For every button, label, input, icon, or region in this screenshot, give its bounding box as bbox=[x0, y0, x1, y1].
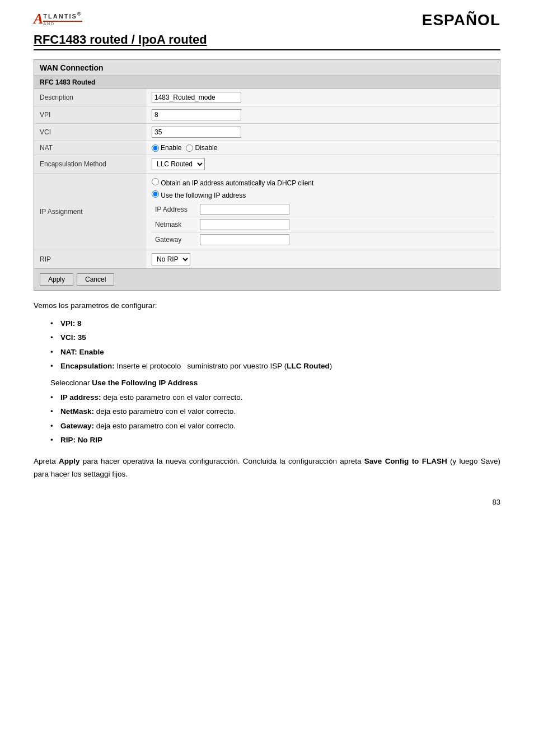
logo-brand-text: TLANTIS bbox=[43, 13, 77, 20]
gateway-input[interactable] bbox=[200, 234, 289, 245]
list-item: NAT: Enable bbox=[50, 346, 500, 358]
logo-icon: A bbox=[34, 12, 43, 26]
para-save: Save Config to FLASH bbox=[364, 457, 447, 465]
list-item: VCI: 35 bbox=[50, 332, 500, 344]
field-label-vpi: VPI bbox=[34, 106, 146, 124]
para-apply: Apply bbox=[59, 457, 80, 465]
field-value-vpi bbox=[146, 106, 500, 124]
bullet-netmask-text: deja esto parametro con el valor correct… bbox=[96, 407, 236, 416]
field-value-ip-assignment: Obtain an IP address automatically via D… bbox=[146, 174, 500, 250]
form-table: Description VPI VCI NAT bbox=[34, 89, 500, 268]
logo-brand: TLANTIS® AND bbox=[43, 11, 82, 27]
bullet-list-2: IP address: deja esto parametro con el v… bbox=[50, 391, 500, 446]
list-item: RIP: No RIP bbox=[50, 434, 500, 446]
list-item: Gateway: deja esto parametro con el valo… bbox=[50, 420, 500, 432]
ip-option-dhcp: Obtain an IP address automatically via D… bbox=[152, 176, 494, 189]
bullet-gateway-text: deja esto parametro con el valor correct… bbox=[96, 422, 236, 430]
table-row: Encapsulation Method LLC Routed VC Mux bbox=[34, 155, 500, 174]
netmask-label: Netmask bbox=[152, 217, 196, 232]
seleccionar-text: Seleccionar bbox=[50, 379, 92, 387]
netmask-value bbox=[196, 217, 494, 232]
para-text1: Apreta bbox=[34, 457, 59, 465]
ip-dhcp-radio[interactable] bbox=[152, 178, 159, 185]
field-value-rip: No RIP RIP v1 RIP v2 bbox=[146, 250, 500, 269]
logo-sup: ® bbox=[77, 11, 82, 17]
list-item: VPI: 8 bbox=[50, 318, 500, 330]
para-text2: para hacer operativa la nueva configurac… bbox=[80, 457, 364, 465]
bullet-encap-close: ) bbox=[330, 362, 332, 370]
ip-address-input[interactable] bbox=[200, 204, 289, 215]
field-label-description: Description bbox=[34, 89, 146, 106]
table-row: Description bbox=[34, 89, 500, 106]
page-number: 83 bbox=[493, 498, 500, 506]
gateway-label: Gateway bbox=[152, 232, 196, 248]
field-label-encapsulation: Encapsulation Method bbox=[34, 155, 146, 174]
language-badge: ESPAÑOL bbox=[422, 11, 500, 29]
ip-manual-text: Use the following IP address bbox=[161, 192, 246, 199]
bullet-ip-label: IP address: bbox=[60, 393, 101, 402]
ip-address-value bbox=[196, 202, 494, 217]
ip-dhcp-label[interactable]: Obtain an IP address automatically via D… bbox=[152, 179, 313, 187]
bullet-nat: NAT: Enable bbox=[60, 348, 104, 356]
field-label-vci: VCI bbox=[34, 124, 146, 141]
rip-select[interactable]: No RIP RIP v1 RIP v2 bbox=[152, 253, 190, 265]
nat-disable-radio[interactable] bbox=[186, 144, 193, 152]
nat-enable-radio[interactable] bbox=[152, 144, 159, 152]
vci-input[interactable] bbox=[152, 127, 241, 138]
table-row: NAT Enable Disable bbox=[34, 141, 500, 155]
field-value-vci bbox=[146, 124, 500, 141]
table-row: IP Assignment Obtain an IP address autom… bbox=[34, 174, 500, 250]
page-header: A TLANTIS® AND ESPAÑOL bbox=[34, 11, 500, 29]
table-row: VPI bbox=[34, 106, 500, 124]
field-label-nat: NAT bbox=[34, 141, 146, 155]
closing-paragraph: Apreta Apply para hacer operativa la nue… bbox=[34, 455, 500, 481]
bullet-encap-text: Inserte el protocolo suministrato por vu… bbox=[117, 362, 287, 370]
field-value-encapsulation: LLC Routed VC Mux bbox=[146, 155, 500, 174]
bullet-rip: RIP: No RIP bbox=[60, 436, 102, 444]
bullet-list-1: VPI: 8 VCI: 35 NAT: Enable Encapsulation… bbox=[50, 318, 500, 372]
bullet-encap-label: Encapsulation: bbox=[60, 362, 115, 370]
nat-disable-label[interactable]: Disable bbox=[186, 144, 217, 152]
seleccionar-line: Seleccionar Use the Following IP Address bbox=[50, 377, 500, 389]
nat-disable-text: Disable bbox=[195, 144, 217, 152]
apply-button[interactable]: Apply bbox=[40, 273, 73, 286]
bullet-gateway-label: Gateway: bbox=[60, 422, 94, 430]
ip-manual-radio[interactable] bbox=[152, 190, 159, 198]
netmask-input[interactable] bbox=[200, 219, 289, 230]
vpi-input[interactable] bbox=[152, 109, 241, 120]
seleccionar-bold: Use the Following IP Address bbox=[92, 379, 198, 387]
logo: A TLANTIS® AND bbox=[34, 11, 82, 27]
description-input[interactable] bbox=[152, 92, 241, 103]
ip-dhcp-text: Obtain an IP address automatically via D… bbox=[161, 179, 313, 187]
page-title: RFC1483 routed / IpoA routed bbox=[34, 32, 500, 50]
encapsulation-select[interactable]: LLC Routed VC Mux bbox=[152, 158, 205, 170]
list-item: NetMask: deja esto parametro con el valo… bbox=[50, 405, 500, 418]
button-row: Apply Cancel bbox=[34, 268, 500, 290]
logo-brand-name: TLANTIS® bbox=[43, 11, 82, 20]
body-intro: Vemos los parametros de configurar: bbox=[34, 300, 500, 312]
field-value-description bbox=[146, 89, 500, 106]
nat-enable-text: Enable bbox=[161, 144, 181, 152]
ip-manual-label[interactable]: Use the following IP address bbox=[152, 192, 246, 199]
ip-option-manual: Use the following IP address bbox=[152, 189, 494, 201]
cancel-button[interactable]: Cancel bbox=[77, 273, 114, 286]
bullet-netmask-label: NetMask: bbox=[60, 407, 94, 416]
bullet-vpi: VPI: 8 bbox=[60, 319, 82, 328]
ip-address-label: IP Address bbox=[152, 202, 196, 217]
field-label-ip-assignment: IP Assignment bbox=[34, 174, 146, 250]
list-item: Encapsulation: Inserte el protocolo sumi… bbox=[50, 360, 500, 372]
table-row: VCI bbox=[34, 124, 500, 141]
nat-radio-group: Enable Disable bbox=[152, 144, 494, 152]
table-row: RIP No RIP RIP v1 RIP v2 bbox=[34, 250, 500, 269]
bullet-encap-keyword: LLC Routed bbox=[287, 362, 330, 370]
nat-enable-label[interactable]: Enable bbox=[152, 144, 181, 152]
ip-sub-table: IP Address Netmask Gateway bbox=[152, 202, 494, 247]
field-value-nat: Enable Disable bbox=[146, 141, 500, 155]
gateway-row: Gateway bbox=[152, 232, 494, 248]
netmask-row: Netmask bbox=[152, 217, 494, 232]
wan-title: WAN Connection bbox=[34, 60, 500, 76]
section-header: RFC 1483 Routed bbox=[34, 76, 500, 89]
list-item: IP address: deja esto parametro con el v… bbox=[50, 391, 500, 404]
field-label-rip: RIP bbox=[34, 250, 146, 269]
wan-connection-box: WAN Connection RFC 1483 Routed Descripti… bbox=[34, 59, 500, 291]
